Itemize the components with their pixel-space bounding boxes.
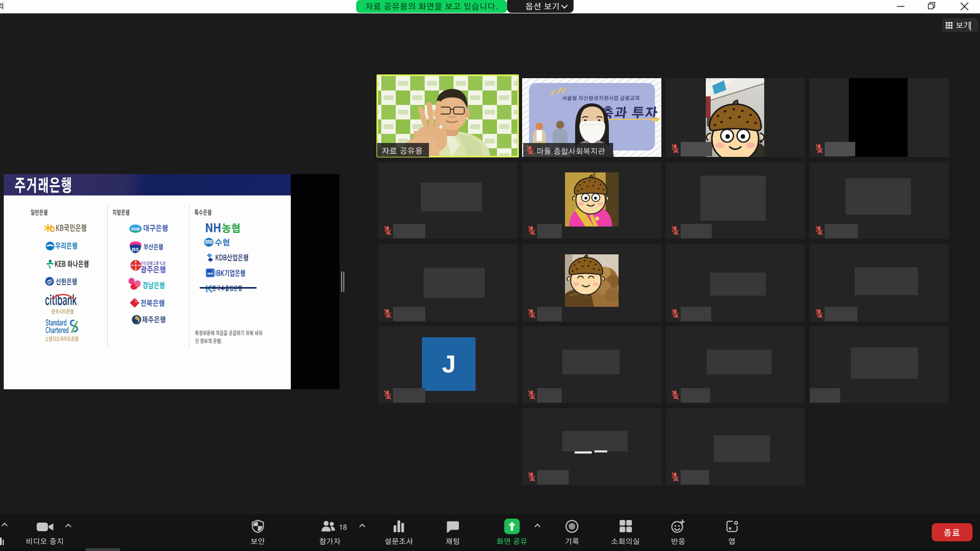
svg-text:DGB: DGB — [131, 227, 140, 231]
svg-text:IBK: IBK — [207, 272, 213, 275]
svg-text:BS: BS — [132, 246, 139, 252]
